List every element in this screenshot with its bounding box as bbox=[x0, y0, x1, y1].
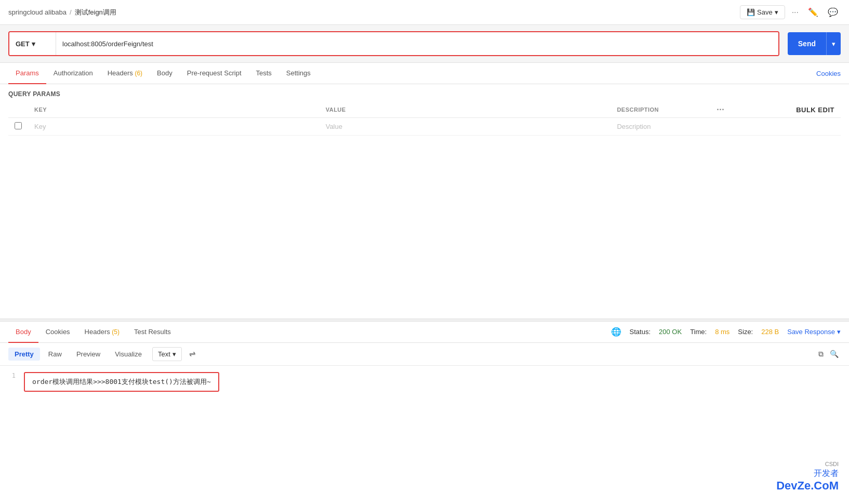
resp-tab-cookies[interactable]: Cookies bbox=[38, 322, 77, 343]
copy-icon: ⧉ bbox=[818, 350, 824, 358]
tab-headers-label: Headers bbox=[108, 69, 135, 77]
params-table: KEY VALUE DESCRIPTION ··· Bulk Edit Key … bbox=[8, 102, 841, 136]
method-selector[interactable]: GET ▾ bbox=[9, 32, 56, 55]
table-row: Key Value Description bbox=[8, 118, 841, 136]
resp-tab-headers[interactable]: Headers (5) bbox=[77, 322, 127, 343]
resp-tab-test-results-label: Test Results bbox=[134, 328, 171, 336]
query-params-title: Query Params bbox=[8, 90, 841, 98]
row-checkbox[interactable] bbox=[15, 122, 22, 129]
method-label: GET bbox=[16, 40, 30, 48]
value-col-header: VALUE bbox=[320, 102, 611, 118]
more-col-header: ··· bbox=[710, 102, 747, 118]
request-spacer bbox=[0, 136, 849, 319]
fmt-tab-preview[interactable]: Preview bbox=[70, 348, 107, 361]
wrap-button[interactable]: ⇌ bbox=[186, 347, 199, 361]
send-dropdown-icon: ▾ bbox=[832, 40, 835, 48]
size-value: 228 B bbox=[761, 328, 779, 336]
watermark: CSDI 开发者 DevZe.CoM bbox=[776, 460, 839, 494]
more-options-button[interactable]: ··· bbox=[789, 5, 801, 20]
url-bar-inner: GET ▾ bbox=[8, 31, 779, 56]
response-content: order模块调用结果>>>8001支付模块test()方法被调用~ bbox=[24, 372, 219, 392]
watermark-bottom: DevZe.CoM bbox=[776, 479, 839, 494]
send-button[interactable]: Send bbox=[788, 32, 826, 55]
size-label: Size: bbox=[738, 328, 753, 336]
row-more bbox=[710, 118, 747, 136]
params-more-icon[interactable]: ··· bbox=[717, 105, 724, 114]
comment-button[interactable]: 💬 bbox=[825, 5, 841, 20]
fmt-tab-raw-label: Raw bbox=[48, 350, 62, 358]
breadcrumb-separator: / bbox=[70, 8, 72, 16]
tab-params[interactable]: Params bbox=[8, 63, 46, 84]
send-button-group: Send ▾ bbox=[788, 32, 841, 55]
save-response-label: Save Response bbox=[787, 328, 835, 336]
tab-body-label: Body bbox=[157, 69, 173, 77]
watermark-sub: CSDI bbox=[776, 460, 839, 468]
text-format-arrow: ▾ bbox=[173, 350, 176, 358]
watermark-top: 开发者 bbox=[776, 468, 839, 479]
desc-col-header: DESCRIPTION bbox=[611, 102, 710, 118]
tab-settings[interactable]: Settings bbox=[279, 63, 318, 84]
tab-body[interactable]: Body bbox=[150, 63, 180, 84]
response-meta: 🌐 Status: 200 OK Time: 8 ms Size: 228 B … bbox=[611, 327, 841, 337]
status-value: 200 OK bbox=[659, 328, 682, 336]
resp-headers-badge: (5) bbox=[112, 328, 120, 336]
tab-headers[interactable]: Headers (6) bbox=[100, 63, 150, 84]
url-input[interactable] bbox=[56, 32, 778, 55]
breadcrumb-current: 测试feign调用 bbox=[75, 8, 116, 17]
comment-icon: 💬 bbox=[828, 8, 838, 17]
url-bar: GET ▾ Send ▾ bbox=[0, 25, 849, 63]
tab-params-label: Params bbox=[16, 69, 39, 77]
text-format-dropdown[interactable]: Text ▾ bbox=[152, 347, 182, 361]
cookies-link[interactable]: Cookies bbox=[816, 70, 841, 77]
save-dropdown-icon: ▾ bbox=[775, 8, 778, 16]
query-params-section: Query Params KEY VALUE DESCRIPTION ··· B… bbox=[0, 84, 849, 136]
edit-button[interactable]: ✏️ bbox=[805, 5, 821, 20]
tab-pre-request[interactable]: Pre-request Script bbox=[180, 63, 249, 84]
description-cell[interactable]: Description bbox=[611, 118, 710, 136]
tab-tests[interactable]: Tests bbox=[249, 63, 279, 84]
key-cell[interactable]: Key bbox=[28, 118, 320, 136]
top-bar-actions: 💾 Save ▾ ··· ✏️ 💬 bbox=[740, 5, 841, 20]
breadcrumb-parent[interactable]: springcloud alibaba bbox=[8, 8, 67, 16]
wrap-icon: ⇌ bbox=[189, 349, 196, 358]
bulk-edit-button[interactable]: Bulk Edit bbox=[748, 102, 841, 118]
breadcrumb: springcloud alibaba / 测试feign调用 bbox=[8, 8, 116, 17]
fmt-tab-visualize-label: Visualize bbox=[115, 350, 142, 358]
copy-button[interactable]: ⧉ bbox=[816, 348, 826, 361]
headers-badge: (6) bbox=[135, 70, 142, 77]
resp-tab-body-label: Body bbox=[16, 328, 31, 336]
tab-authorization-label: Authorization bbox=[54, 69, 93, 77]
fmt-tab-pretty[interactable]: Pretty bbox=[8, 348, 40, 361]
line-number: 1 bbox=[8, 372, 24, 379]
format-bar: Pretty Raw Preview Visualize Text ▾ ⇌ ⧉ bbox=[0, 343, 849, 366]
tab-settings-label: Settings bbox=[286, 69, 311, 77]
send-dropdown-button[interactable]: ▾ bbox=[826, 32, 841, 55]
response-line-1: 1 order模块调用结果>>>8001支付模块test()方法被调用~ bbox=[0, 370, 849, 394]
fmt-tab-visualize[interactable]: Visualize bbox=[109, 348, 148, 361]
tab-pre-request-label: Pre-request Script bbox=[187, 69, 242, 77]
tab-authorization[interactable]: Authorization bbox=[46, 63, 100, 84]
resp-tab-cookies-label: Cookies bbox=[46, 328, 70, 336]
resp-tab-test-results[interactable]: Test Results bbox=[127, 322, 178, 343]
request-tabs: Params Authorization Headers (6) Body Pr… bbox=[0, 63, 849, 84]
response-tabs-bar: Body Cookies Headers (5) Test Results 🌐 … bbox=[0, 322, 849, 343]
status-label: Status: bbox=[630, 328, 651, 336]
text-format-label: Text bbox=[158, 350, 170, 358]
time-value: 8 ms bbox=[715, 328, 729, 336]
save-button[interactable]: 💾 Save ▾ bbox=[740, 5, 785, 19]
row-checkbox-cell bbox=[8, 118, 28, 136]
top-bar: springcloud alibaba / 测试feign调用 💾 Save ▾… bbox=[0, 0, 849, 25]
save-response-button[interactable]: Save Response ▾ bbox=[787, 328, 841, 336]
search-button[interactable]: 🔍 bbox=[828, 348, 841, 360]
resp-tab-headers-label: Headers bbox=[85, 328, 112, 336]
time-label: Time: bbox=[690, 328, 707, 336]
fmt-tab-raw[interactable]: Raw bbox=[42, 348, 68, 361]
key-col-header: KEY bbox=[28, 102, 320, 118]
resp-tab-body[interactable]: Body bbox=[8, 322, 38, 343]
value-cell[interactable]: Value bbox=[320, 118, 611, 136]
edit-icon: ✏️ bbox=[808, 8, 818, 17]
checkbox-col-header bbox=[8, 102, 28, 118]
save-icon: 💾 bbox=[747, 8, 755, 16]
globe-icon: 🌐 bbox=[611, 327, 621, 337]
method-dropdown-icon: ▾ bbox=[32, 40, 35, 48]
